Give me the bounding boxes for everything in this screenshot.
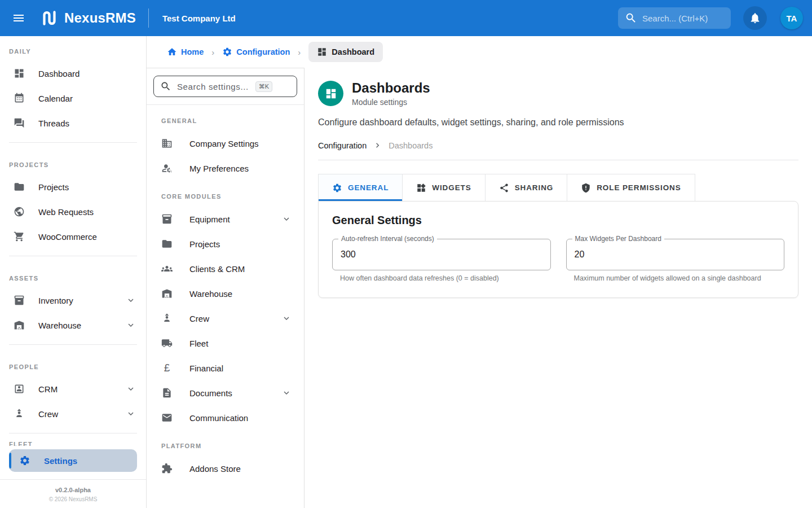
folder-icon [14, 181, 25, 192]
settings-item-fleet[interactable]: Fleet [147, 331, 304, 356]
module-breadcrumb: Configuration Dashboards [318, 141, 798, 150]
settings-item-crew[interactable]: Crew [147, 306, 304, 331]
general-settings-card: General Settings Auto-refresh Interval (… [318, 201, 798, 298]
sidebar-item-crew[interactable]: Crew [0, 401, 146, 426]
main-content: Dashboards Module settings Configure das… [304, 68, 812, 508]
settings-item-company-settings[interactable]: Company Settings [147, 131, 304, 156]
chevdown-icon [281, 214, 292, 224]
settings-item-warehouse[interactable]: Warehouse [147, 281, 304, 306]
form-field-auto-refresh-interval-seconds: Auto-refresh Interval (seconds)300How of… [332, 239, 551, 282]
settings-item-documents[interactable]: Documents [147, 380, 304, 405]
settings-item-my-preferences[interactable]: My Preferences [147, 156, 304, 181]
breadcrumb-link-configuration[interactable]: Configuration [222, 47, 290, 57]
bell-icon [749, 12, 761, 24]
text-input-max-widgets-per-dashboard[interactable]: Max Widgets Per Dashboard20 [566, 239, 785, 270]
item-label: WooCommerce [38, 232, 97, 242]
brand-logo-icon [39, 8, 59, 28]
chevdown-icon [126, 384, 136, 394]
warehouse-icon [161, 288, 173, 299]
tab-widgets[interactable]: WIDGETS [402, 174, 485, 201]
pound-icon: £ [161, 362, 173, 374]
item-label: Addons Store [189, 464, 241, 474]
field-value: 300 [341, 249, 356, 260]
menu-button[interactable] [8, 7, 29, 29]
chevdown-icon [126, 295, 136, 305]
card-title: General Settings [332, 214, 784, 227]
sidebar-item-web-requests[interactable]: Web Requests [0, 199, 146, 224]
left-sidebar: DAILYDashboardCalendarThreadsPROJECTSPro… [0, 36, 147, 508]
module-breadcrumb-parent[interactable]: Configuration [318, 141, 367, 150]
widgets-icon [416, 183, 426, 193]
tab-general[interactable]: GENERAL [318, 174, 403, 201]
tab-bar: GENERALWIDGETSSHARINGROLE PERMISSIONS [318, 174, 798, 201]
field-value: 20 [575, 249, 585, 260]
section-label: GENERAL [147, 105, 304, 131]
item-label: Threads [38, 119, 69, 128]
section-divider [9, 433, 137, 433]
global-search-input[interactable]: Search... (Ctrl+K) [618, 7, 731, 29]
item-label: Documents [189, 388, 232, 398]
chevron-right-icon [373, 141, 382, 150]
sidebar-item-settings[interactable]: Settings [9, 449, 137, 472]
shortcut-badge: ⌘K [255, 81, 272, 92]
settings-search-input[interactable]: Search settings... ⌘K [153, 76, 297, 97]
settings-item-projects[interactable]: Projects [147, 231, 304, 256]
user-avatar[interactable]: TA [780, 7, 803, 29]
item-label: Web Requests [38, 207, 94, 217]
engineer-icon [161, 313, 173, 324]
chevright-icon [373, 141, 382, 150]
settings-item-equipment[interactable]: Equipment [147, 207, 304, 231]
sidebar-bottom: Settings v0.2.0-alpha © 2026 NexusRMS [0, 446, 146, 508]
section-label: FLEET [0, 440, 146, 446]
sidebar-item-warehouse[interactable]: Warehouse [0, 313, 146, 338]
module-description: Configure dashboard defaults, widget set… [318, 117, 798, 128]
breadcrumb-separator: › [298, 47, 301, 57]
contactcard-icon [14, 383, 25, 395]
sidebar-item-calendar[interactable]: Calendar [0, 86, 146, 111]
settings-item-communication[interactable]: Communication [147, 405, 304, 430]
share-icon [499, 183, 509, 193]
home-icon [167, 47, 177, 57]
notifications-button[interactable] [743, 6, 767, 30]
module-titles: Dashboards Module settings [352, 80, 430, 107]
tab-role-permissions[interactable]: ROLE PERMISSIONS [567, 174, 695, 201]
settings-item-clients-crm[interactable]: Clients & CRM [147, 256, 304, 281]
item-label: Company Settings [189, 139, 259, 148]
field-helper-text: Maximum number of widgets allowed on a s… [574, 274, 777, 282]
tab-sharing[interactable]: SHARING [485, 174, 568, 201]
shield-icon [581, 183, 591, 193]
sidebar-item-projects[interactable]: Projects [0, 174, 146, 199]
page-subtitle: Module settings [352, 98, 430, 107]
globe-icon [14, 206, 25, 217]
item-label: My Preferences [189, 164, 249, 173]
gear-icon [332, 183, 342, 193]
sidebar-footer-divider [0, 479, 146, 480]
settings-item-addons-store[interactable]: Addons Store [147, 456, 304, 481]
groups-icon [161, 263, 173, 274]
field-label: Max Widgets Per Dashboard [572, 235, 664, 243]
text-input-auto-refresh-interval-seconds[interactable]: Auto-refresh Interval (seconds)300 [332, 239, 551, 270]
settings-item-financial[interactable]: £Financial [147, 356, 304, 380]
section-label: CORE MODULES [147, 181, 304, 207]
sidebar-item-crm[interactable]: CRM [0, 376, 146, 401]
breadcrumb-link-home[interactable]: Home [167, 47, 204, 57]
brand-name: NexusRMS [64, 10, 136, 26]
item-label: Projects [189, 239, 220, 249]
truck-icon [161, 338, 173, 349]
tab-label: ROLE PERMISSIONS [597, 183, 681, 192]
gear-icon [19, 455, 30, 466]
page-title: Dashboards [352, 80, 430, 96]
sidebar-item-threads[interactable]: Threads [0, 111, 146, 135]
sidebar-item-dashboard[interactable]: Dashboard [0, 61, 146, 86]
item-label: Equipment [189, 214, 230, 224]
section-label: PLATFORM [147, 430, 304, 456]
sidebar-item-woocommerce[interactable]: WooCommerce [0, 224, 146, 249]
item-label: Warehouse [189, 289, 232, 299]
calendar-icon [14, 93, 25, 104]
form-field-max-widgets-per-dashboard: Max Widgets Per Dashboard20Maximum numbe… [566, 239, 785, 282]
content-row: Search settings... ⌘K GENERALCompany Set… [147, 68, 812, 508]
settings-panel-nav: GENERALCompany SettingsMy PreferencesCOR… [147, 105, 304, 481]
sidebar-item-inventory[interactable]: Inventory [0, 288, 146, 313]
item-label: Calendar [38, 94, 73, 103]
settings-search-placeholder: Search settings... [177, 82, 249, 91]
